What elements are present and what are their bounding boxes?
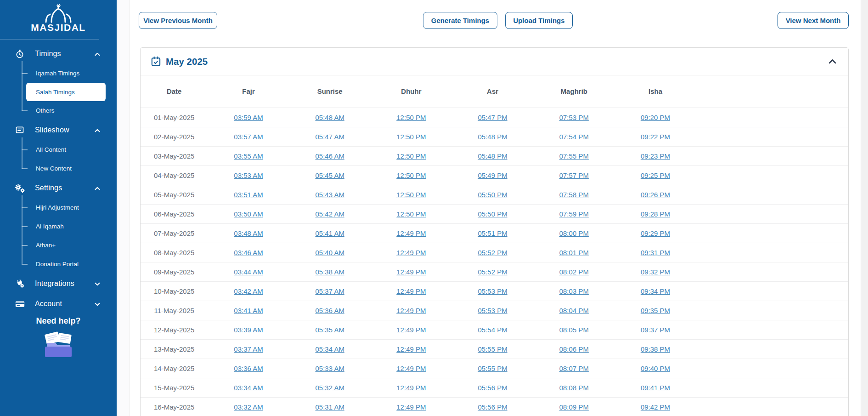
sunrise-time-link[interactable]: 05:36 AM xyxy=(316,307,344,314)
sunrise-time-link[interactable]: 05:42 AM xyxy=(316,210,344,218)
isha-time-link[interactable]: 09:34 PM xyxy=(641,287,670,295)
isha-time-link[interactable]: 09:38 PM xyxy=(641,345,670,353)
isha-time-link[interactable]: 09:41 PM xyxy=(641,384,670,392)
isha-time-link[interactable]: 09:35 PM xyxy=(641,307,670,314)
sunrise-time-link[interactable]: 05:38 AM xyxy=(316,268,344,276)
sunrise-time-link[interactable]: 05:32 AM xyxy=(316,384,344,392)
asr-time-link[interactable]: 05:56 PM xyxy=(478,403,507,411)
asr-time-link[interactable]: 05:47 PM xyxy=(478,114,507,121)
generate-timings-button[interactable]: Generate Timings xyxy=(423,12,497,29)
sidebar-item-account[interactable]: Account xyxy=(0,294,117,314)
dhuhr-time-link[interactable]: 12:49 PM xyxy=(396,326,426,334)
sunrise-time-link[interactable]: 05:47 AM xyxy=(316,133,344,141)
sidebar-item-timings[interactable]: Timings xyxy=(0,44,117,64)
maghrib-time-link[interactable]: 08:01 PM xyxy=(559,249,589,256)
maghrib-time-link[interactable]: 07:59 PM xyxy=(559,210,589,218)
sidebar-item-donation-portal[interactable]: Donation Portal xyxy=(0,255,117,274)
sunrise-time-link[interactable]: 05:34 AM xyxy=(316,345,344,353)
fajr-time-link[interactable]: 03:59 AM xyxy=(234,114,263,121)
dhuhr-time-link[interactable]: 12:50 PM xyxy=(396,210,426,218)
dhuhr-time-link[interactable]: 12:50 PM xyxy=(396,152,426,160)
asr-time-link[interactable]: 05:55 PM xyxy=(478,365,507,372)
dhuhr-time-link[interactable]: 12:49 PM xyxy=(396,365,426,372)
fajr-time-link[interactable]: 03:53 AM xyxy=(234,171,263,179)
sidebar-item-athan[interactable]: Athan+ xyxy=(0,236,117,255)
asr-time-link[interactable]: 05:51 PM xyxy=(478,229,507,237)
isha-time-link[interactable]: 09:29 PM xyxy=(641,229,670,237)
maghrib-time-link[interactable]: 07:55 PM xyxy=(559,152,589,160)
vertical-scrollbar[interactable] xyxy=(861,0,868,416)
fajr-time-link[interactable]: 03:46 AM xyxy=(234,249,263,256)
sunrise-time-link[interactable]: 05:35 AM xyxy=(316,326,344,334)
isha-time-link[interactable]: 09:31 PM xyxy=(641,249,670,256)
sidebar-item-settings[interactable]: Settings xyxy=(0,178,117,198)
isha-time-link[interactable]: 09:26 PM xyxy=(641,191,670,199)
sidebar-item-integrations[interactable]: Integrations xyxy=(0,274,117,294)
asr-time-link[interactable]: 05:48 PM xyxy=(478,152,507,160)
maghrib-time-link[interactable]: 08:08 PM xyxy=(559,384,589,392)
dhuhr-time-link[interactable]: 12:49 PM xyxy=(396,249,426,256)
sidebar-item-al-iqamah[interactable]: Al Iqamah xyxy=(0,217,117,236)
sidebar-item-others[interactable]: Others xyxy=(0,101,117,120)
isha-time-link[interactable]: 09:28 PM xyxy=(641,210,670,218)
dhuhr-time-link[interactable]: 12:49 PM xyxy=(396,287,426,295)
asr-time-link[interactable]: 05:50 PM xyxy=(478,210,507,218)
upload-timings-button[interactable]: Upload Timings xyxy=(505,12,573,29)
dhuhr-time-link[interactable]: 12:50 PM xyxy=(396,114,426,121)
fajr-time-link[interactable]: 03:34 AM xyxy=(234,384,263,392)
maghrib-time-link[interactable]: 08:03 PM xyxy=(559,287,589,295)
asr-time-link[interactable]: 05:49 PM xyxy=(478,171,507,179)
sidebar-item-hijri-adjustment[interactable]: Hijri Adjustment xyxy=(0,198,117,217)
sidebar-item-new-content[interactable]: New Content xyxy=(0,159,117,178)
fajr-time-link[interactable]: 03:36 AM xyxy=(234,365,263,372)
maghrib-time-link[interactable]: 08:02 PM xyxy=(559,268,589,276)
maghrib-time-link[interactable]: 08:07 PM xyxy=(559,365,589,372)
isha-time-link[interactable]: 09:42 PM xyxy=(641,403,670,411)
maghrib-time-link[interactable]: 08:05 PM xyxy=(559,326,589,334)
dhuhr-time-link[interactable]: 12:50 PM xyxy=(396,133,426,141)
isha-time-link[interactable]: 09:22 PM xyxy=(641,133,670,141)
asr-time-link[interactable]: 05:48 PM xyxy=(478,133,507,141)
help-documents-icon[interactable] xyxy=(0,331,117,361)
asr-time-link[interactable]: 05:55 PM xyxy=(478,345,507,353)
fajr-time-link[interactable]: 03:51 AM xyxy=(234,191,263,199)
asr-time-link[interactable]: 05:53 PM xyxy=(478,287,507,295)
asr-time-link[interactable]: 05:54 PM xyxy=(478,326,507,334)
maghrib-time-link[interactable]: 07:57 PM xyxy=(559,171,589,179)
sunrise-time-link[interactable]: 05:31 AM xyxy=(316,403,344,411)
maghrib-time-link[interactable]: 08:09 PM xyxy=(559,403,589,411)
fajr-time-link[interactable]: 03:44 AM xyxy=(234,268,263,276)
sunrise-time-link[interactable]: 05:48 AM xyxy=(316,114,344,121)
sunrise-time-link[interactable]: 05:43 AM xyxy=(316,191,344,199)
sunrise-time-link[interactable]: 05:46 AM xyxy=(316,152,344,160)
asr-time-link[interactable]: 05:52 PM xyxy=(478,249,507,256)
sidebar-item-salah-timings[interactable]: Salah Timings xyxy=(26,83,106,101)
maghrib-time-link[interactable]: 07:58 PM xyxy=(559,191,589,199)
dhuhr-time-link[interactable]: 12:49 PM xyxy=(396,307,426,314)
isha-time-link[interactable]: 09:20 PM xyxy=(641,114,670,121)
asr-time-link[interactable]: 05:56 PM xyxy=(478,384,507,392)
fajr-time-link[interactable]: 03:32 AM xyxy=(234,403,263,411)
isha-time-link[interactable]: 09:32 PM xyxy=(641,268,670,276)
fajr-time-link[interactable]: 03:41 AM xyxy=(234,307,263,314)
isha-time-link[interactable]: 09:37 PM xyxy=(641,326,670,334)
sunrise-time-link[interactable]: 05:40 AM xyxy=(316,249,344,256)
dhuhr-time-link[interactable]: 12:50 PM xyxy=(396,191,426,199)
fajr-time-link[interactable]: 03:50 AM xyxy=(234,210,263,218)
maghrib-time-link[interactable]: 08:00 PM xyxy=(559,229,589,237)
fajr-time-link[interactable]: 03:39 AM xyxy=(234,326,263,334)
fajr-time-link[interactable]: 03:55 AM xyxy=(234,152,263,160)
maghrib-time-link[interactable]: 07:54 PM xyxy=(559,133,589,141)
fajr-time-link[interactable]: 03:42 AM xyxy=(234,287,263,295)
asr-time-link[interactable]: 05:52 PM xyxy=(478,268,507,276)
sunrise-time-link[interactable]: 05:41 AM xyxy=(316,229,344,237)
fajr-time-link[interactable]: 03:57 AM xyxy=(234,133,263,141)
sunrise-time-link[interactable]: 05:45 AM xyxy=(316,171,344,179)
isha-time-link[interactable]: 09:25 PM xyxy=(641,171,670,179)
view-previous-month-button[interactable]: View Previous Month xyxy=(139,12,217,29)
maghrib-time-link[interactable]: 07:53 PM xyxy=(559,114,589,121)
sidebar-item-all-content[interactable]: All Content xyxy=(0,140,117,159)
isha-time-link[interactable]: 09:23 PM xyxy=(641,152,670,160)
dhuhr-time-link[interactable]: 12:49 PM xyxy=(396,345,426,353)
asr-time-link[interactable]: 05:53 PM xyxy=(478,307,507,314)
